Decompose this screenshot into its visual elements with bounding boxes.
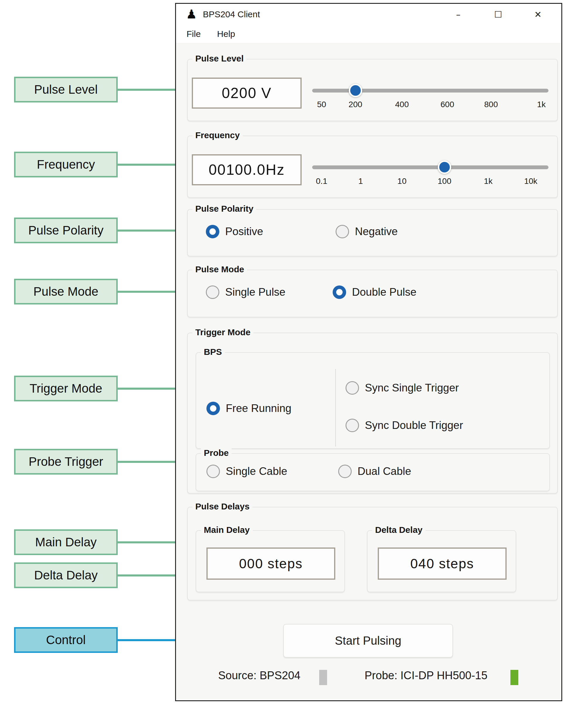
tick-label: 200: [349, 100, 362, 109]
group-probe: Probe Single Cable Dual Cable: [196, 453, 550, 491]
group-title: Main Delay: [201, 525, 253, 535]
group-title: Pulse Level: [192, 54, 246, 63]
group-trigger-mode: Trigger Mode BPS Free Running Sync Singl…: [187, 333, 558, 493]
window-title: BPS204 Client: [203, 9, 260, 19]
tick-label: 10: [397, 177, 406, 186]
main-delay-value: 000 steps: [207, 548, 335, 580]
radio-label: Single Cable: [226, 465, 287, 477]
annotation-pulse-level: Pulse Level: [14, 77, 118, 102]
group-title: Pulse Delays: [192, 502, 253, 512]
annotation-label: Pulse Level: [34, 83, 97, 97]
frequency-value: 00100.0Hz: [192, 154, 302, 185]
group-title: Probe: [201, 448, 232, 458]
annotation-connector: [117, 461, 176, 463]
group-title: Delta Delay: [372, 525, 425, 535]
annotation-frequency: Frequency: [14, 152, 118, 177]
group-title: Frequency: [192, 130, 243, 140]
radio-single-pulse[interactable]: Single Pulse: [206, 285, 285, 299]
radio-selected-icon: [333, 285, 346, 299]
radio-double-pulse[interactable]: Double Pulse: [333, 285, 416, 299]
app-window: ♟ BPS204 Client – ☐ ✕ File Help Pulse Le…: [175, 3, 562, 701]
annotation-delta-delay: Delta Delay: [14, 562, 118, 588]
radio-free-running[interactable]: Free Running: [207, 402, 291, 415]
annotation-connector: [117, 89, 176, 91]
annotation-connector: [117, 574, 176, 576]
delta-delay-value: 040 steps: [378, 548, 507, 580]
window-controls: – ☐ ✕: [452, 9, 561, 19]
group-title: Pulse Polarity: [192, 204, 256, 214]
annotation-label: Trigger Mode: [30, 381, 102, 395]
figure-canvas: Pulse Level Frequency Pulse Polarity Pul…: [0, 0, 588, 705]
annotation-probe-trigger: Probe Trigger: [14, 449, 118, 475]
radio-sync-double-trigger[interactable]: Sync Double Trigger: [346, 419, 463, 432]
start-pulsing-button[interactable]: Start Pulsing: [283, 624, 453, 658]
radio-selected-icon: [207, 402, 220, 415]
tick-label: 10k: [524, 177, 537, 186]
tick-label: 1: [358, 177, 363, 186]
radio-negative[interactable]: Negative: [335, 225, 398, 238]
annotation-label: Main Delay: [35, 535, 97, 549]
title-bar: ♟ BPS204 Client – ☐ ✕: [176, 4, 561, 25]
tick-label: 50: [317, 100, 326, 109]
tick-label: 1k: [537, 100, 546, 109]
slider-thumb[interactable]: [438, 160, 451, 174]
group-title: BPS: [201, 347, 225, 357]
radio-label: Double Pulse: [352, 286, 416, 298]
annotation-label: Delta Delay: [34, 568, 97, 582]
radio-label: Free Running: [226, 402, 291, 415]
group-title: Pulse Mode: [192, 265, 247, 274]
radio-label: Dual Cable: [358, 465, 411, 477]
radio-unselected-icon: [206, 285, 219, 299]
annotation-label: Probe Trigger: [29, 455, 103, 469]
slider-thumb[interactable]: [349, 84, 362, 97]
radio-unselected-icon: [207, 465, 220, 478]
tick-label: 100: [438, 177, 452, 186]
group-frequency: Frequency 00100.0Hz 0.1 1 10 100 1k 10k: [187, 136, 558, 198]
slider-track[interactable]: [312, 166, 548, 169]
source-status-indicator: [319, 670, 327, 685]
main-panel: Pulse Level 0200 V 50 200 400 600 800 1k…: [176, 43, 561, 699]
radio-positive[interactable]: Positive: [206, 225, 263, 238]
minimize-icon[interactable]: –: [452, 9, 464, 19]
group-delta-delay: Delta Delay 040 steps: [367, 530, 516, 592]
group-main-delay: Main Delay 000 steps: [196, 530, 345, 592]
radio-single-cable[interactable]: Single Cable: [207, 465, 287, 478]
tick-label: 0.1: [316, 177, 327, 186]
radio-label: Negative: [355, 226, 398, 238]
maximize-icon[interactable]: ☐: [492, 9, 504, 19]
annotation-label: Frequency: [37, 157, 95, 172]
radio-label: Positive: [225, 226, 263, 238]
annotation-main-delay: Main Delay: [14, 529, 118, 555]
annotation-label: Control: [46, 633, 86, 647]
radio-unselected-icon: [338, 465, 352, 478]
group-pulse-mode: Pulse Mode Single Pulse Double Pulse: [187, 270, 558, 317]
radio-unselected-icon: [346, 419, 359, 432]
probe-status-label: Probe: ICI-DP HH500-15: [365, 669, 488, 682]
menu-help[interactable]: Help: [217, 29, 235, 39]
pulse-level-slider[interactable]: 50 200 400 600 800 1k: [312, 59, 548, 112]
probe-status-indicator: [510, 670, 518, 685]
app-icon: ♟: [186, 8, 197, 20]
slider-track[interactable]: [312, 89, 548, 93]
radio-dual-cable[interactable]: Dual Cable: [338, 465, 411, 478]
radio-label: Sync Double Trigger: [365, 419, 463, 431]
group-pulse-polarity: Pulse Polarity Positive Negative: [187, 209, 558, 256]
radio-sync-single-trigger[interactable]: Sync Single Trigger: [346, 381, 459, 395]
annotation-connector: [117, 230, 176, 232]
frequency-slider[interactable]: 0.1 1 10 100 1k 10k: [312, 136, 548, 189]
radio-unselected-icon: [346, 381, 359, 395]
pulse-level-value: 0200 V: [192, 78, 302, 109]
tick-label: 800: [484, 100, 498, 109]
annotation-connector: [117, 388, 176, 390]
radio-label: Sync Single Trigger: [365, 382, 459, 394]
annotation-pulse-mode: Pulse Mode: [14, 279, 118, 304]
divider: [335, 369, 336, 446]
radio-selected-icon: [206, 225, 219, 238]
radio-label: Single Pulse: [225, 286, 285, 298]
radio-unselected-icon: [335, 225, 349, 238]
group-bps: BPS Free Running Sync Single Trigger Syn…: [196, 352, 550, 449]
close-icon[interactable]: ✕: [532, 9, 544, 19]
annotation-pulse-polarity: Pulse Polarity: [14, 218, 118, 243]
menu-file[interactable]: File: [186, 29, 200, 39]
group-pulse-level: Pulse Level 0200 V 50 200 400 600 800 1k: [187, 59, 558, 121]
